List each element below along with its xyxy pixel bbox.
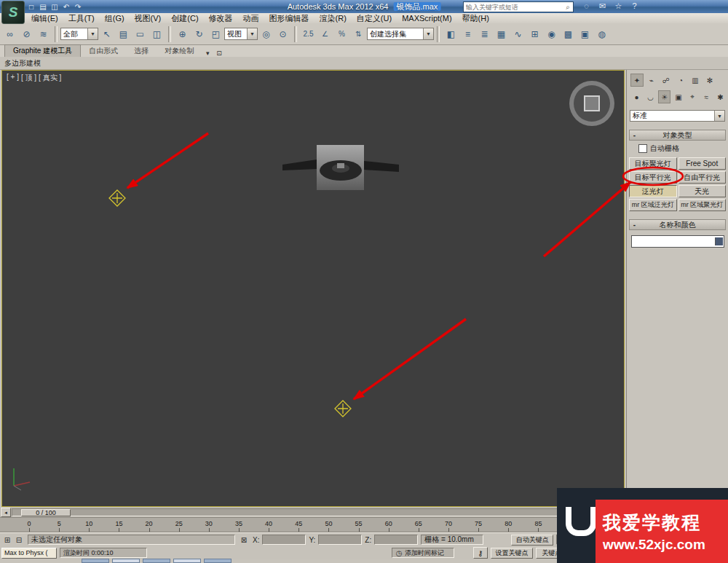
set-keys-button[interactable]: ⚷ [473, 547, 488, 559]
taskbar-window-fragment[interactable] [143, 559, 170, 563]
hierarchy-tab-icon[interactable]: ☍ [660, 74, 673, 87]
viewport-shading-menu[interactable]: [ 真实 ] [39, 73, 61, 83]
utilities-tab-icon[interactable]: ✻ [703, 74, 716, 87]
chevron-down-icon[interactable]: ▼ [87, 28, 98, 39]
render-setup-icon[interactable]: ▩ [561, 26, 576, 42]
geometry-category-icon[interactable]: ● [630, 90, 643, 103]
align-icon[interactable]: ≡ [460, 26, 475, 42]
rendered-frame-window-icon[interactable]: ▣ [577, 26, 593, 42]
viewcube-top-face[interactable] [584, 95, 600, 111]
systems-category-icon[interactable]: ✱ [714, 90, 727, 103]
menu-item[interactable]: 组(G) [100, 13, 130, 24]
mr-area-omni-button[interactable]: mr 区域泛光灯 [629, 199, 677, 211]
lights-category-icon[interactable]: ☀ [658, 90, 670, 103]
search-icon[interactable]: ⌕ [563, 3, 573, 12]
taskbar-window-fragment[interactable] [112, 559, 140, 563]
unlink-selection-icon[interactable]: ⊘ [19, 26, 34, 42]
menu-item[interactable]: 图形编辑器 [264, 13, 314, 24]
window-crossing-icon[interactable]: ◫ [149, 26, 165, 42]
select-and-manipulate-icon[interactable]: ⊙ [275, 26, 290, 42]
display-tab-icon[interactable]: ▥ [689, 74, 702, 87]
select-by-name-icon[interactable]: ▤ [116, 26, 131, 42]
tab-selection[interactable]: 选择 [126, 45, 157, 57]
rollout-object-type[interactable]: - 对象类型 [629, 130, 726, 141]
redo-icon[interactable]: ↷ [73, 1, 83, 12]
x-coordinate-field[interactable] [262, 535, 306, 545]
select-and-link-icon[interactable]: ∞ [2, 26, 17, 42]
curve-editor-icon[interactable]: ∿ [510, 26, 526, 42]
select-object-icon[interactable]: ↖ [99, 26, 114, 42]
light-type-dropdown[interactable]: 标准 ▼ [630, 110, 725, 122]
reference-coordinate-combo[interactable]: 视图 ▼ [224, 28, 258, 40]
communication-center-icon[interactable]: ✉ [598, 1, 607, 11]
menu-item[interactable]: 帮助(H) [457, 13, 494, 24]
tab-object-paint[interactable]: 对象绘制 [157, 45, 202, 57]
omni-light-button[interactable]: 泛光灯 [629, 185, 677, 197]
viewport-top[interactable]: [ + ] [ 顶 ] [ 真实 ] [1, 70, 625, 507]
select-and-rotate-icon[interactable]: ↻ [191, 26, 207, 42]
create-tab-icon[interactable]: ✦ [630, 74, 644, 87]
viewport-general-menu[interactable]: [ + ] [7, 73, 19, 83]
ribbon-dropdown-arrow-icon[interactable]: ▾ [202, 50, 213, 57]
chevron-down-icon[interactable]: ▼ [247, 28, 257, 39]
search-input[interactable] [464, 4, 563, 11]
viewport-pov-menu[interactable]: [ 顶 ] [21, 73, 36, 83]
save-file-icon[interactable]: ◫ [50, 1, 60, 12]
graphite-ribbon-toggle-icon[interactable]: ▦ [494, 26, 509, 42]
named-selection-sets-combo[interactable]: 创建选择集 ▼ [367, 28, 434, 40]
menu-item[interactable]: 修改器 [204, 13, 238, 24]
free-spot-button[interactable]: Free Spot [678, 157, 727, 170]
chevron-down-icon[interactable]: ▼ [423, 28, 433, 39]
taskbar-window-fragment[interactable] [82, 559, 109, 563]
target-direct-button[interactable]: 目标平行光 [629, 171, 677, 184]
select-and-move-icon[interactable]: ⊕ [175, 26, 190, 42]
material-editor-icon[interactable]: ◉ [544, 26, 559, 42]
layer-manager-icon[interactable]: ≣ [477, 26, 492, 42]
polygon-modeling-section[interactable]: 多边形建模 [4, 58, 41, 68]
auto-key-button[interactable]: 自动关键点 [511, 535, 553, 546]
snaps-toggle-2-5d-icon[interactable]: 2.5 [301, 26, 316, 42]
rollout-name-color[interactable]: - 名称和颜色 [629, 219, 726, 230]
favorites-icon[interactable]: ☆ [614, 1, 623, 11]
y-coordinate-field[interactable] [318, 535, 362, 545]
autogrid-checkbox[interactable] [638, 144, 647, 153]
bind-to-space-warp-icon[interactable]: ≋ [36, 26, 51, 42]
menu-item[interactable]: 创建(C) [166, 13, 203, 24]
select-and-scale-icon[interactable]: ◰ [208, 26, 223, 42]
skylight-button[interactable]: 天光 [678, 185, 727, 197]
taskbar-window-fragment[interactable] [204, 559, 232, 563]
space-warps-category-icon[interactable]: ≈ [700, 90, 713, 103]
selection-filter-combo[interactable]: 全部 ▼ [60, 28, 98, 40]
status-mini-icon-a[interactable]: ⊞ [1, 535, 13, 546]
menu-item[interactable]: 编辑(E) [26, 13, 63, 24]
shapes-category-icon[interactable]: ◡ [644, 90, 657, 103]
new-scene-icon[interactable]: □ [26, 1, 36, 12]
menu-item[interactable]: 自定义(U) [352, 13, 397, 24]
application-menu-button[interactable]: S [1, 1, 25, 24]
object-name-input[interactable] [632, 237, 715, 245]
menu-item[interactable]: MAXScript(M) [397, 14, 456, 23]
help-icon[interactable]: ? [630, 1, 639, 11]
mr-area-spot-button[interactable]: mr 区域聚光灯 [678, 199, 727, 211]
viewcube[interactable] [569, 81, 614, 126]
mirror-icon[interactable]: ◧ [443, 26, 459, 42]
status-mini-icon-b[interactable]: ⊟ [13, 535, 25, 546]
target-spot-button[interactable]: 目标聚光灯 [629, 157, 677, 170]
menu-item[interactable]: 工具(T) [63, 13, 100, 24]
time-slider-track[interactable]: 0 / 100 [12, 508, 613, 516]
free-direct-button[interactable]: 自由平行光 [678, 171, 727, 184]
maxscript-mini-listener[interactable]: Max to Physx ( [1, 548, 57, 559]
chevron-down-icon[interactable]: ▼ [714, 111, 724, 121]
tab-freeform[interactable]: 自由形式 [81, 45, 126, 57]
use-pivot-point-center-icon[interactable]: ◎ [258, 26, 274, 42]
cameras-category-icon[interactable]: ▣ [672, 90, 684, 103]
omni-light-gizmo-2[interactable] [333, 399, 352, 418]
ribbon-minimize-icon[interactable]: ⊡ [213, 50, 225, 57]
helpers-category-icon[interactable]: ⌖ [687, 90, 699, 103]
motion-tab-icon[interactable]: ◔ [674, 74, 687, 87]
percent-snap-toggle-icon[interactable]: % [334, 26, 349, 42]
menu-item[interactable]: 动画 [238, 13, 264, 24]
lock-selection-toggle-icon[interactable]: ⊠ [238, 535, 250, 546]
time-slider-thumb[interactable]: 0 / 100 [21, 509, 71, 516]
render-production-icon[interactable]: ◍ [594, 26, 609, 42]
